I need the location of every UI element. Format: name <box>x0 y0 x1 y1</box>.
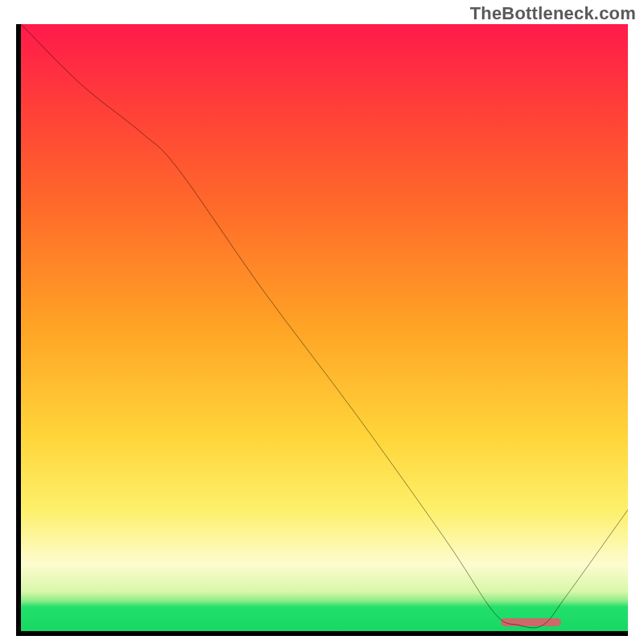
watermark-text: TheBottleneck.com <box>470 3 636 24</box>
curve-path <box>21 24 628 628</box>
plot-frame <box>16 24 628 636</box>
plot-area <box>21 24 628 631</box>
bottleneck-curve <box>21 24 628 631</box>
chart-root: TheBottleneck.com <box>0 0 644 644</box>
